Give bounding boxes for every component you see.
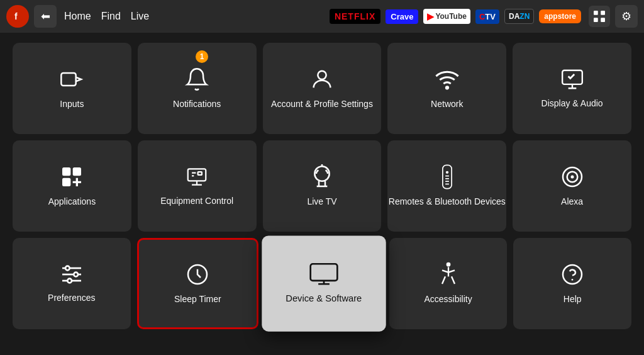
dazn-brand[interactable]: DAZN bbox=[504, 9, 534, 24]
svg-point-28 bbox=[74, 273, 78, 277]
tile-account[interactable]: Account & Profile Settings bbox=[263, 43, 382, 134]
account-icon bbox=[309, 67, 335, 92]
applications-label: Applications bbox=[48, 196, 96, 207]
appstore-brand[interactable]: appstore bbox=[539, 9, 581, 23]
tile-accessibility[interactable]: Accessibility bbox=[389, 238, 508, 329]
back-button[interactable]: ⬅ bbox=[34, 5, 57, 28]
svg-rect-13 bbox=[188, 169, 206, 181]
notifications-label: Notifications bbox=[173, 98, 221, 110]
tile-display[interactable]: Display & Audio bbox=[513, 43, 631, 134]
alexa-icon bbox=[560, 164, 585, 189]
equipment-icon bbox=[184, 165, 209, 189]
tile-inputs[interactable]: Inputs bbox=[13, 43, 131, 134]
notification-badge: 1 bbox=[196, 50, 208, 63]
tile-applications[interactable]: Applications bbox=[13, 140, 131, 232]
svg-point-36 bbox=[572, 279, 574, 281]
tile-equipment[interactable]: Equipment Control bbox=[138, 140, 257, 232]
svg-point-7 bbox=[318, 71, 326, 79]
preferences-icon bbox=[59, 263, 84, 286]
inputs-label: Inputs bbox=[60, 98, 84, 110]
remotes-label: Remotes & Bluetooth Devices bbox=[389, 196, 506, 207]
grid-icon-button[interactable] bbox=[589, 6, 610, 27]
app-logo[interactable]: f bbox=[6, 5, 29, 28]
applications-icon bbox=[59, 164, 84, 189]
svg-point-30 bbox=[67, 279, 72, 283]
display-icon bbox=[560, 67, 585, 91]
settings-grid: Inputs 1 Notifications Account & Profile… bbox=[0, 33, 644, 339]
crave-brand[interactable]: Crave bbox=[386, 9, 418, 24]
account-label: Account & Profile Settings bbox=[271, 98, 373, 110]
device-icon bbox=[309, 262, 338, 286]
sleep-icon bbox=[185, 262, 210, 287]
device-label: Device & Software bbox=[286, 293, 362, 305]
svg-rect-4 bbox=[594, 18, 598, 22]
svg-rect-12 bbox=[62, 178, 70, 186]
grid-row-1: Inputs 1 Notifications Account & Profile… bbox=[13, 43, 631, 134]
tile-preferences[interactable]: Preferences bbox=[13, 238, 131, 329]
help-label: Help bbox=[564, 293, 582, 305]
equipment-label: Equipment Control bbox=[160, 195, 233, 206]
inputs-icon bbox=[59, 67, 84, 92]
livetv-icon bbox=[309, 164, 335, 189]
svg-rect-10 bbox=[62, 167, 70, 176]
nav-live[interactable]: Live bbox=[131, 11, 149, 22]
accessibility-icon bbox=[437, 262, 460, 287]
grid-row-3: Preferences Sleep Timer Device & Softwar… bbox=[13, 238, 631, 329]
svg-rect-14 bbox=[198, 172, 202, 175]
svg-point-17 bbox=[446, 171, 448, 174]
network-icon bbox=[435, 67, 460, 92]
svg-rect-16 bbox=[443, 166, 452, 189]
svg-point-0 bbox=[12, 11, 23, 22]
remotes-icon bbox=[438, 164, 457, 189]
svg-rect-3 bbox=[601, 11, 605, 15]
svg-rect-5 bbox=[601, 18, 605, 22]
netflix-brand[interactable]: NETFLIX bbox=[330, 9, 380, 24]
svg-point-35 bbox=[563, 265, 582, 284]
svg-rect-2 bbox=[594, 11, 598, 15]
settings-icon-button[interactable]: ⚙ bbox=[615, 5, 638, 28]
ctv-brand[interactable]: CTV bbox=[475, 9, 499, 24]
sleep-label: Sleep Timer bbox=[174, 293, 221, 305]
svg-point-33 bbox=[446, 262, 450, 267]
topbar: f ⬅ Home Find Live NETFLIX Crave ▶ YouTu… bbox=[0, 0, 644, 33]
svg-text:f: f bbox=[14, 11, 18, 21]
preferences-label: Preferences bbox=[48, 292, 95, 303]
alexa-label: Alexa bbox=[561, 196, 583, 207]
grid-row-2: Applications Equipment Control bbox=[13, 140, 631, 232]
tile-sleep[interactable]: Sleep Timer bbox=[137, 238, 259, 329]
nav-bar: Home Find Live bbox=[64, 11, 149, 22]
svg-point-24 bbox=[570, 176, 574, 179]
svg-point-26 bbox=[65, 266, 70, 271]
nav-home[interactable]: Home bbox=[64, 11, 91, 22]
brand-bar: NETFLIX Crave ▶ YouTube CTV DAZN appstor… bbox=[330, 9, 581, 24]
svg-rect-6 bbox=[62, 73, 76, 86]
svg-rect-11 bbox=[73, 167, 81, 176]
network-label: Network bbox=[431, 98, 463, 110]
youtube-brand[interactable]: ▶ YouTube bbox=[423, 9, 470, 24]
display-label: Display & Audio bbox=[541, 98, 603, 109]
svg-rect-32 bbox=[311, 264, 338, 281]
tile-network[interactable]: Network bbox=[387, 43, 506, 134]
topbar-icons: ⚙ bbox=[589, 5, 638, 28]
tile-help[interactable]: Help bbox=[513, 238, 631, 329]
nav-find[interactable]: Find bbox=[101, 11, 121, 22]
svg-point-8 bbox=[446, 87, 448, 89]
help-icon bbox=[560, 262, 585, 287]
accessibility-label: Accessibility bbox=[424, 293, 472, 305]
tile-remotes[interactable]: Remotes & Bluetooth Devices bbox=[387, 140, 506, 232]
tile-alexa[interactable]: Alexa bbox=[513, 140, 631, 232]
livetv-label: Live TV bbox=[307, 196, 336, 207]
tile-livetv[interactable]: Live TV bbox=[263, 140, 382, 232]
tile-device[interactable]: Device & Software bbox=[262, 235, 386, 331]
tile-notifications[interactable]: 1 Notifications bbox=[138, 43, 257, 134]
notifications-icon bbox=[184, 67, 209, 92]
